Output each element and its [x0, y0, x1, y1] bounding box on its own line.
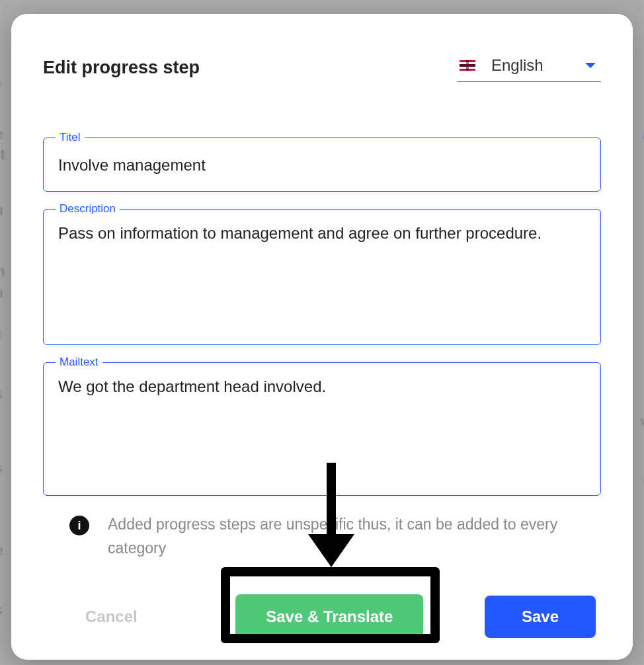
title-field-label: Titel — [56, 131, 85, 144]
edit-progress-step-modal: Edit progress step English Titel Descrip… — [11, 14, 633, 660]
description-input[interactable] — [44, 210, 600, 342]
info-text: Added progress steps are unspecific thus… — [108, 513, 575, 560]
info-icon: i — [69, 516, 89, 535]
modal-title: Edit progress step — [43, 58, 200, 78]
save-button[interactable]: Save — [485, 596, 596, 638]
description-field-label: Description — [56, 202, 120, 215]
title-input[interactable] — [44, 138, 600, 191]
cancel-button[interactable]: Cancel — [48, 596, 175, 638]
info-row: i Added progress steps are unspecific th… — [43, 513, 601, 560]
save-and-translate-button[interactable]: Save & Translate — [235, 594, 423, 639]
modal-actions: Cancel Save & Translate Save — [43, 594, 601, 639]
language-dropdown[interactable]: English — [457, 54, 601, 82]
mailtext-input[interactable] — [44, 363, 600, 492]
modal-header: Edit progress step English — [43, 54, 601, 82]
title-field: Titel — [43, 137, 601, 192]
language-selected-label: English — [491, 56, 569, 75]
mailtext-field-label: Mailtext — [56, 356, 102, 369]
chevron-down-icon — [585, 63, 596, 68]
description-field: Description — [43, 209, 601, 345]
mailtext-field: Mailtext — [43, 362, 601, 496]
flag-uk-icon — [460, 60, 475, 71]
